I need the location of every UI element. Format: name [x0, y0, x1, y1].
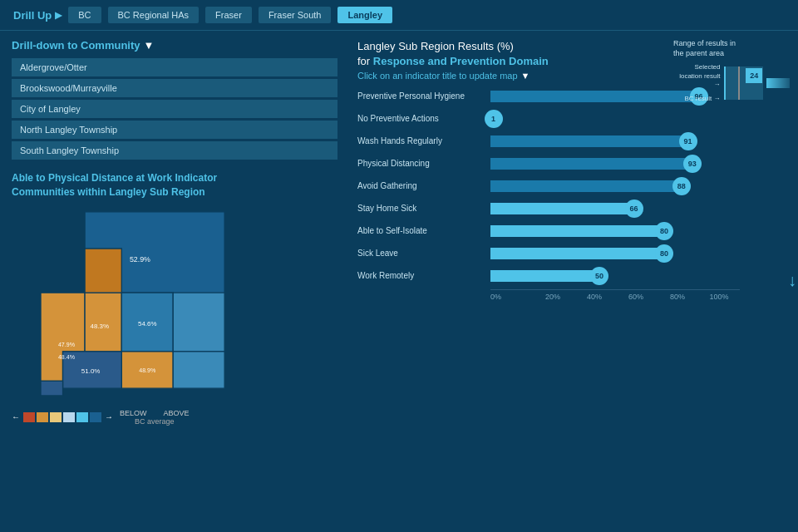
range-labels: Selectedlocation result → BC result →	[673, 63, 721, 103]
legend-box-light-orange	[50, 412, 62, 422]
indicator-title-plain: Able to Physical Distance at Work	[12, 172, 172, 184]
range-bar-extend	[766, 78, 790, 88]
range-indicator: Range of results inthe parent area Selec…	[673, 39, 790, 103]
chart-value-bubble: 50	[590, 267, 608, 285]
legend-box-light-blue	[63, 412, 75, 422]
breadcrumb-fraser[interactable]: Fraser	[205, 7, 252, 23]
top-bar: Drill Up ▶ BC BC Regional HAs Fraser Fra…	[0, 0, 798, 31]
breadcrumb-regional[interactable]: BC Regional HAs	[108, 7, 200, 23]
chart-area: Preventive Personal Hygiene96No Preventi…	[357, 87, 740, 285]
community-item[interactable]: South Langley Township	[12, 141, 337, 160]
range-bar-row: Selectedlocation result → BC result → 24	[673, 63, 790, 103]
x-tick: 60%	[615, 293, 657, 301]
x-tick: 0%	[490, 293, 532, 301]
chart-bar	[490, 158, 692, 170]
chart-row-label[interactable]: Able to Self-Isolate	[357, 226, 490, 236]
chart-bar-area: 80	[490, 224, 740, 238]
indicator-subtitle: Communities within Langley Sub Region	[12, 186, 205, 198]
x-tick: 20%	[532, 293, 574, 301]
chart-row: Able to Self-Isolate80	[357, 222, 740, 240]
chart-row-label[interactable]: Sick Leave	[357, 249, 490, 259]
community-item[interactable]: North Langley Township	[12, 121, 337, 139]
indicator-title-colored: Indicator	[175, 172, 218, 184]
chart-bar-area: 80	[490, 247, 740, 260]
chart-bar	[490, 225, 663, 237]
chart-row-label[interactable]: Physical Distancing	[357, 159, 490, 169]
legend-left-arrow-icon: ←	[12, 412, 20, 421]
right-panel: Range of results inthe parent area Selec…	[349, 31, 798, 530]
svg-text:51.0%: 51.0%	[81, 367, 101, 375]
chart-value-bubble: 91	[679, 132, 697, 150]
svg-text:47.9%: 47.9%	[58, 341, 76, 347]
chart-row-label[interactable]: Work Remotely	[357, 271, 490, 281]
selected-location-label: Selectedlocation result →	[673, 63, 721, 89]
drill-down-text: Drill-down to Community	[12, 39, 140, 52]
map-svg: 52.9% 48.3% 54.6% 47.9% 48.4% 48.9% 51.0…	[12, 204, 261, 396]
community-list: Aldergrove/Otter Brookswood/Murrayville …	[12, 58, 337, 160]
legend-right-arrow-icon: →	[105, 412, 113, 421]
chart-value-bubble: 80	[655, 222, 673, 240]
results-subtitle-colored: Response and Prevention Domain	[373, 55, 549, 67]
chart-row-label[interactable]: No Preventive Actions	[357, 114, 490, 124]
click-arrow-icon: ▼	[521, 71, 530, 81]
left-panel: Drill-down to Community ▼ Aldergrove/Ott…	[0, 31, 349, 530]
chart-bar	[490, 270, 598, 282]
chart-bar-area: 66	[490, 202, 740, 215]
chart-row-label[interactable]: Preventive Personal Hygiene	[357, 91, 490, 101]
svg-marker-7	[41, 381, 63, 396]
chart-row: Stay Home Sick66	[357, 200, 740, 218]
legend: ← → BELOW ABOVE BC average	[12, 409, 337, 426]
chart-bar	[490, 248, 663, 259]
svg-marker-8	[173, 293, 224, 352]
legend-bc-label: BC average	[120, 417, 190, 426]
chart-row: Physical Distancing93	[357, 155, 740, 173]
svg-marker-9	[173, 352, 224, 388]
range-title: Range of results inthe parent area	[673, 39, 790, 58]
chart-bar-area: 1	[490, 112, 740, 126]
svg-text:48.3%: 48.3%	[90, 322, 109, 329]
drill-up-text: Drill Up	[13, 9, 52, 22]
legend-box-dark-blue	[90, 412, 101, 422]
chart-row-label[interactable]: Stay Home Sick	[357, 204, 490, 214]
svg-text:52.9%: 52.9%	[130, 255, 150, 264]
breadcrumb-langley[interactable]: Langley	[337, 7, 392, 23]
drill-down-label: Drill-down to Community ▼	[12, 39, 337, 52]
chart-value-bubble: 88	[672, 177, 691, 195]
chart-bar-area: 91	[490, 135, 740, 148]
drill-up-arrow-icon: ▶	[55, 10, 62, 21]
breadcrumb-fraser-south[interactable]: Fraser South	[259, 7, 332, 23]
range-bar: 24	[724, 66, 763, 100]
chart-row: Wash Hands Regularly91	[357, 132, 740, 150]
breadcrumb-bc[interactable]: BC	[68, 7, 101, 23]
indicator-title: Able to Physical Distance at Work Indica…	[12, 171, 337, 200]
chart-bar-area: 93	[490, 157, 740, 170]
chart-row-label[interactable]: Avoid Gathering	[357, 181, 490, 191]
map-container: 52.9% 48.3% 54.6% 47.9% 48.4% 48.9% 51.0…	[12, 204, 294, 404]
x-tick: 40%	[574, 293, 615, 301]
click-label-text: Click on an indicator title to update ma…	[357, 71, 518, 81]
chart-bar	[490, 180, 681, 192]
chart-bar	[490, 203, 633, 214]
chart-value-bubble: 1	[485, 110, 503, 128]
x-axis: 0%20%40%60%80%100%	[490, 289, 740, 301]
chart-row: Sick Leave80	[357, 244, 740, 263]
legend-box-dark-orange	[23, 412, 35, 422]
chart-bar-area: 50	[490, 269, 740, 283]
chart-value-bubble: 66	[625, 200, 643, 218]
community-item[interactable]: Brookswood/Murrayville	[12, 79, 337, 97]
community-item[interactable]: City of Langley	[12, 100, 337, 118]
chart-value-bubble: 93	[683, 155, 702, 173]
svg-text:48.9%: 48.9%	[139, 367, 156, 372]
bc-result-label: BC result →	[673, 95, 721, 103]
chart-row: Work Remotely50	[357, 267, 740, 285]
legend-above-label: ABOVE	[164, 409, 190, 417]
drill-up-label[interactable]: Drill Up ▶	[13, 9, 62, 22]
legend-colors	[23, 412, 101, 422]
main-layout: Drill-down to Community ▼ Aldergrove/Ott…	[0, 31, 798, 530]
chart-bar	[490, 91, 698, 102]
community-item[interactable]: Aldergrove/Otter	[12, 58, 337, 76]
chart-row: No Preventive Actions1	[357, 110, 740, 128]
drill-down-arrow-icon: ▼	[144, 39, 155, 52]
chart-row-label[interactable]: Wash Hands Regularly	[357, 136, 490, 146]
svg-text:54.6%: 54.6%	[138, 320, 157, 328]
